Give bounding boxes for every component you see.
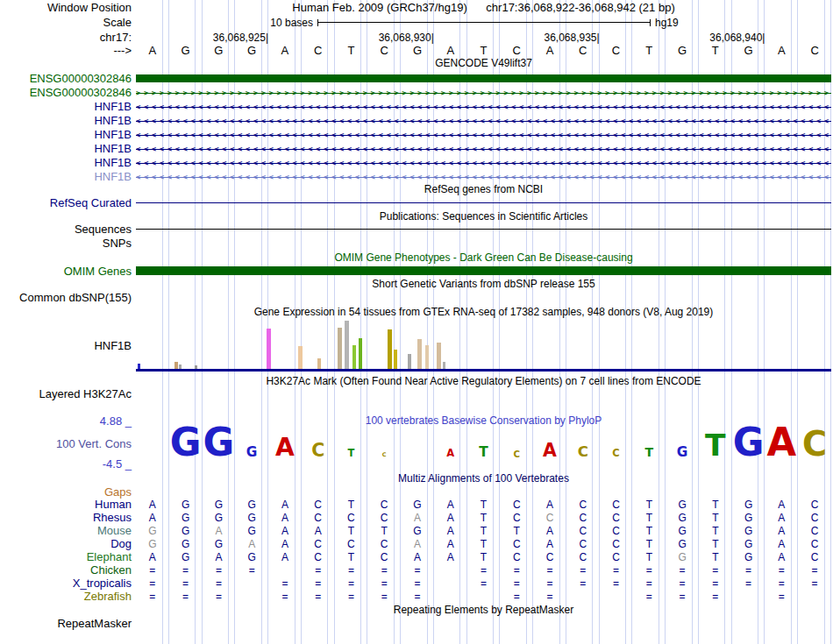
gtex-expression-bar[interactable] [388,329,392,369]
alignment-base: A [533,538,566,550]
track-label-refseq-curated[interactable]: RefSeq Curated [0,197,132,209]
alignment-row: AGAGACTCAATCCCCTGTGAC [136,551,831,563]
alignment-base: C [566,512,600,524]
alignment-base: G [666,499,699,511]
sequences-track-line[interactable] [136,229,831,230]
alignment-base: G [666,525,699,537]
gencode-item-label[interactable]: HNF1B [0,143,132,155]
alignment-base: T [335,551,368,563]
alignment-base: A [765,499,798,511]
species-label[interactable]: Elephant [0,551,132,563]
gencode-item-label[interactable]: HNF1B [0,115,132,127]
alignment-base: G [732,525,765,537]
multiz-gaps-label[interactable]: Gaps [0,486,132,499]
species-label[interactable]: Human [0,499,132,511]
gtex-expression-bar[interactable] [425,345,429,369]
species-label[interactable]: Chicken [0,564,132,577]
alignment-base: A [268,512,302,524]
alignment-base: = [533,564,566,577]
gtex-expression-bar[interactable] [317,358,321,369]
gtex-expression-bar[interactable] [174,362,178,369]
refseq-curated-track-line[interactable] [136,202,831,203]
phylop-max-value: 4.88 _ [0,415,132,428]
alignment-base: G [732,551,765,563]
alignment-base: G [235,551,268,563]
track-area[interactable]: Human Feb. 2009 (GRCh37/hg19) chr17:36,0… [136,0,831,644]
transcript-row[interactable]: <<<<<<<<<<<<<<<<<<<<<<<<<<<<<<<<<<<<<<<<… [136,128,831,142]
alignment-base: = [500,564,533,577]
track-label-common-dbsnp[interactable]: Common dbSNP(155) [0,292,132,304]
alignment-base: A [434,525,467,537]
gtex-expression-bar[interactable] [338,328,342,369]
alignment-base: G [401,525,434,537]
alignment-base: C [500,538,533,550]
conservation-logo-letter: C [798,431,831,457]
transcript-row[interactable]: <<<<<<<<<<<<<<<<<<<<<<<<<<<<<<<<<<<<<<<<… [136,170,831,184]
reference-base: T [632,44,666,57]
track-label-gtex-gene[interactable]: HNF1B [0,340,132,352]
track-label-sequences[interactable]: Sequences [0,223,132,236]
gtex-expression-bar[interactable] [352,345,356,369]
transcript-row[interactable]: <<<<<<<<<<<<<<<<<<<<<<<<<<<<<<<<<<<<<<<<… [136,156,831,170]
gencode-item-label[interactable]: HNF1B [0,101,132,113]
gtex-expression-bar[interactable] [408,354,411,369]
alignment-base: C [566,538,600,550]
alignment-base: = [765,591,798,603]
alignment-base: = [632,577,666,590]
transcript-row[interactable]: >>>>>>>>>>>>>>>>>>>>>>>>>>>>>>>>>>>>>>>>… [136,86,831,100]
reference-base: C [500,44,533,57]
gtex-expression-bar[interactable] [345,321,349,369]
species-label[interactable]: Zebrafish [0,591,132,603]
coordinate-tick-label: 36,068,930| [353,32,434,44]
track-label-100-vert-cons[interactable]: 100 Vert. Cons [0,438,132,450]
gtex-expression-bar[interactable] [394,350,397,369]
gtex-expression-bar[interactable] [417,339,422,369]
transcript-row[interactable]: <<<<<<<<<<<<<<<<<<<<<<<<<<<<<<<<<<<<<<<<… [136,114,831,128]
gencode-item-label[interactable]: HNF1B [0,157,132,169]
alignment-base: C [302,551,335,563]
alignment-base: C [798,512,831,524]
strand-chevrons: <<<<<<<<<<<<<<<<<<<<<<<<<<<<<<<<<<<<<<<<… [136,114,831,128]
gencode-item-label[interactable]: HNF1B [0,129,132,141]
gtex-expression-bar[interactable] [443,362,445,369]
species-label[interactable]: X_tropicalis [0,577,132,590]
track-label-layered-h3k27ac[interactable]: Layered H3K27Ac [0,388,132,400]
species-label[interactable]: Mouse [0,525,132,537]
gtex-expression-bar[interactable] [437,343,441,369]
conservation-logo-letter: G [732,428,765,457]
alignment-base: G [136,525,169,537]
alignment-base: A [533,499,566,511]
alignment-base: A [434,499,467,511]
track-label-snps[interactable]: SNPs [0,237,132,250]
gencode-item-label[interactable]: HNF1B [0,171,132,183]
reference-base: A [136,44,169,57]
alignment-base: = [765,564,798,577]
alignment-base: T [467,538,501,550]
omim-genes-bar[interactable] [136,266,831,275]
track-label-omim-genes[interactable]: OMIM Genes [0,265,132,278]
reference-base: G [203,44,236,57]
species-label[interactable]: Dog [0,538,132,550]
species-label[interactable]: Rhesus [0,512,132,524]
gencode-item-label[interactable]: ENSG00000302846 [0,87,132,99]
gtex-expression-bar[interactable] [267,329,271,369]
transcript-row[interactable]: <<<<<<<<<<<<<<<<<<<<<<<<<<<<<<<<<<<<<<<<… [136,142,831,156]
alignment-base: G [203,538,236,550]
transcript-row[interactable]: <<<<<<<<<<<<<<<<<<<<<<<<<<<<<<<<<<<<<<<<… [136,100,831,114]
alignment-base: T [500,525,533,537]
position-range-text: chr17:36,068,922-36,068,942 (21 bp) [486,1,674,14]
track-label-repeatmasker[interactable]: RepeatMasker [0,618,132,630]
alignment-base: = [169,577,203,590]
alignment-base: = [302,564,335,577]
gencode-item-label[interactable]: ENSG00000302846 [0,73,132,85]
gencode-gene-bar[interactable] [136,74,831,82]
genome-assembly-title: Human Feb. 2009 (GRCh37/hg19) [292,1,466,14]
track-title-multiz: Multiz Alignments of 100 Vertebrates [136,473,831,485]
alignment-base: = [500,591,533,603]
gtex-expression-bar[interactable] [359,338,362,369]
alignment-base: G [169,538,203,550]
reference-base: C [302,44,335,57]
alignment-base: T [632,538,666,550]
alignment-base: = [169,591,203,603]
gtex-expression-bar[interactable] [298,346,303,369]
